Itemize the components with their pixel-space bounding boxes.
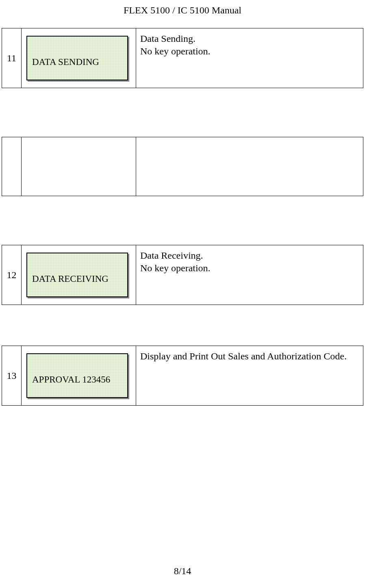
description-line: Display and Print Out Sales and Authoriz… [140, 350, 359, 363]
page-footer: 8/14 [0, 566, 365, 577]
lcd-display: DATA SENDING [26, 36, 128, 80]
lcd-display: DATA RECEIVING [26, 253, 128, 297]
step-number: 11 [2, 28, 22, 88]
step-table-11: 11 DATA SENDING Data Sending. No key ope… [2, 28, 363, 88]
description-line: No key operation. [140, 45, 359, 58]
display-text: APPROVAL 123456 [32, 374, 110, 385]
description-cell [136, 137, 363, 196]
display-text: DATA RECEIVING [32, 274, 109, 284]
step-table-13: 13 APPROVAL 123456 Display and Print Out… [2, 346, 363, 406]
description-line: No key operation. [140, 262, 359, 275]
display-cell: DATA RECEIVING [22, 245, 136, 305]
display-cell: DATA SENDING [22, 28, 136, 88]
step-table-12: 12 DATA RECEIVING Data Receiving. No key… [2, 245, 363, 305]
step-number: 12 [2, 245, 22, 305]
table-row [2, 137, 363, 196]
step-number [2, 137, 22, 196]
display-cell [22, 137, 136, 196]
table-row: 11 DATA SENDING Data Sending. No key ope… [2, 28, 363, 88]
lcd-display: APPROVAL 123456 [26, 353, 128, 398]
step-table-empty [2, 137, 363, 196]
description-cell: Display and Print Out Sales and Authoriz… [136, 346, 363, 406]
document-title: FLEX 5100 / IC 5100 Manual [124, 5, 241, 15]
description-cell: Data Sending. No key operation. [136, 28, 363, 88]
page-header: FLEX 5100 / IC 5100 Manual [0, 0, 365, 16]
table-row: 13 APPROVAL 123456 Display and Print Out… [2, 346, 363, 406]
page-number: 8/14 [174, 566, 191, 576]
description-line: Data Receiving. [140, 249, 359, 262]
content-area: 11 DATA SENDING Data Sending. No key ope… [0, 28, 365, 406]
display-cell: APPROVAL 123456 [22, 346, 136, 406]
description-line: Data Sending. [140, 32, 359, 45]
step-number: 13 [2, 346, 22, 406]
display-text: DATA SENDING [32, 57, 99, 67]
table-row: 12 DATA RECEIVING Data Receiving. No key… [2, 245, 363, 305]
description-cell: Data Receiving. No key operation. [136, 245, 363, 305]
